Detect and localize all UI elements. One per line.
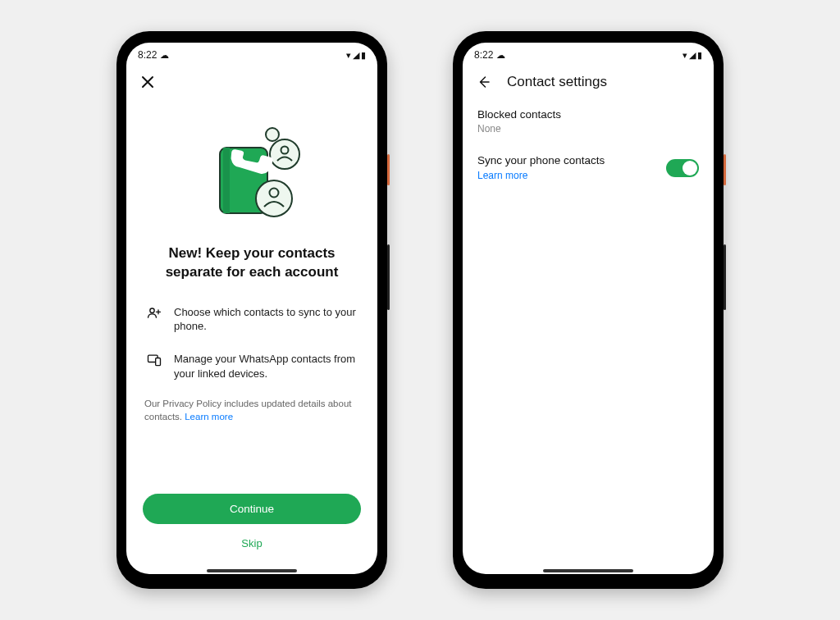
wifi-icon: ▾	[346, 50, 351, 61]
bullet-sync-text: Choose which contacts to sync to your ph…	[174, 305, 358, 334]
sync-contacts-toggle[interactable]	[666, 159, 699, 177]
onboarding-headline: New! Keep your contacts separate for eac…	[143, 244, 361, 299]
cloud-icon: ☁	[160, 50, 169, 60]
wifi-icon: ▾	[682, 50, 687, 61]
svg-rect-9	[156, 358, 161, 365]
onboarding-content: New! Keep your contacts separate for eac…	[126, 100, 377, 574]
page-title: Contact settings	[507, 74, 607, 90]
sync-contacts-label: Sync your phone contacts	[477, 154, 605, 166]
bullet-devices: Manage your WhatsApp contacts from your …	[143, 345, 361, 392]
blocked-contacts-value: None	[477, 123, 699, 134]
continue-button[interactable]: Continue	[143, 494, 361, 524]
status-bar: 8:22 ☁ ▾ ◢ ▮	[126, 43, 377, 67]
signal-icon: ◢	[353, 50, 359, 61]
side-button-power	[387, 154, 390, 185]
screen-right: 8:22 ☁ ▾ ◢ ▮ Contact settings Blocked co…	[463, 43, 714, 574]
svg-point-5	[256, 180, 292, 217]
privacy-policy-text: Our Privacy Policy includes updated deta…	[143, 392, 361, 441]
sync-contacts-row: Sync your phone contacts Learn more	[463, 146, 714, 193]
top-bar	[126, 67, 377, 100]
side-button-volume	[387, 244, 390, 310]
blocked-contacts-row[interactable]: Blocked contacts None	[463, 100, 714, 146]
status-time: 8:22 ☁	[474, 49, 505, 61]
svg-point-0	[266, 128, 279, 141]
phone-left: 8:22 ☁ ▾ ◢ ▮	[116, 31, 387, 589]
svg-rect-4	[223, 148, 230, 213]
side-button-power	[724, 154, 726, 185]
bullet-sync: Choose which contacts to sync to your ph…	[143, 299, 361, 345]
top-bar: Contact settings	[463, 67, 714, 100]
hero-illustration	[143, 100, 361, 244]
learn-more-link[interactable]: Learn more	[185, 412, 233, 422]
svg-point-7	[150, 308, 154, 312]
toggle-knob	[682, 161, 697, 176]
battery-icon: ▮	[361, 50, 366, 61]
status-time: 8:22 ☁	[138, 49, 169, 61]
bullet-devices-text: Manage your WhatsApp contacts from your …	[174, 352, 358, 381]
skip-button[interactable]: Skip	[143, 524, 361, 563]
back-icon[interactable]	[474, 72, 494, 92]
person-plus-icon	[146, 305, 162, 334]
learn-more-link[interactable]: Learn more	[477, 170, 605, 181]
phone-right: 8:22 ☁ ▾ ◢ ▮ Contact settings Blocked co…	[453, 31, 724, 589]
cloud-icon: ☁	[496, 50, 505, 60]
devices-icon	[146, 352, 162, 381]
side-button-volume	[724, 244, 726, 310]
blocked-contacts-label: Blocked contacts	[477, 108, 699, 121]
battery-icon: ▮	[697, 50, 702, 61]
signal-icon: ◢	[689, 50, 696, 61]
close-icon[interactable]	[138, 72, 158, 92]
screen-left: 8:22 ☁ ▾ ◢ ▮	[126, 43, 377, 574]
status-bar: 8:22 ☁ ▾ ◢ ▮	[463, 43, 714, 67]
